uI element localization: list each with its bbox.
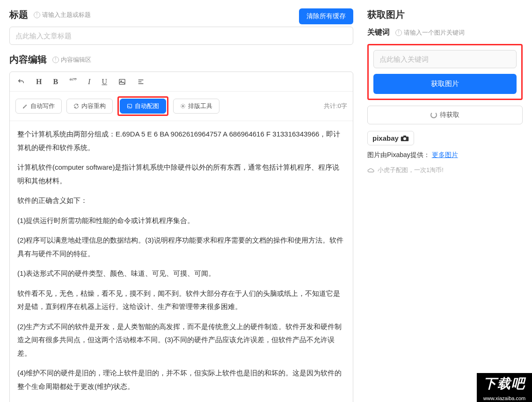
watermark-title: 下载吧 [477, 373, 532, 395]
attribution-prefix: 图片由Pixabay提供： [367, 151, 430, 158]
more-images-link[interactable]: 更多图片 [432, 151, 458, 158]
info-icon: ! [395, 29, 402, 36]
content-hint-text: 内容编辑区 [61, 56, 91, 64]
spinner-icon [430, 112, 437, 118]
watermark: 下载吧 www.xiazaiba.com [477, 373, 532, 402]
keyword-label: 关键词 [367, 28, 390, 37]
keyword-input[interactable] [373, 50, 517, 68]
action-toolbar: 自动写作 内容重构 自动配图 排版工具 共计:0字 [10, 92, 353, 121]
content-paragraph: (1)表达形式不同的硬件类型、颜色、味道、可见、可摸、可闻。 [17, 267, 345, 280]
get-image-title: 获取图片 [367, 8, 405, 21]
content-paragraph: (2)程序可以满意地处理信息的数据结构。(3)说明程序功能要求和程序需要的文档的… [17, 234, 345, 260]
keyword-header: 关键词 ! 请输入一个图片关键词 [367, 28, 523, 37]
highlight-auto-image: 自动配图 [117, 96, 168, 116]
pending-button[interactable]: 待获取 [367, 106, 523, 124]
title-header: 标题 ! 请输入主题或标题 [9, 8, 91, 21]
svg-rect-5 [128, 104, 132, 108]
content-header: 内容编辑 ! 内容编辑区 [9, 53, 353, 66]
content-paragraph: 整个计算机系统由两部分组成：E.69DA 5 E 6 BA 9062616964… [17, 128, 345, 154]
info-icon: ! [52, 57, 59, 63]
auto-image-button[interactable]: 自动配图 [120, 99, 166, 114]
pending-label: 待获取 [440, 111, 459, 119]
align-icon[interactable] [135, 77, 146, 86]
editor: H B “” I U 自动写作 内容重构 [9, 72, 353, 402]
article-title-input[interactable] [9, 27, 353, 45]
sidebar: 获取图片 关键词 ! 请输入一个图片关键词 获取图片 待获取 pixabay 图… [363, 0, 532, 402]
bold-icon[interactable]: B [51, 77, 60, 87]
undo-icon[interactable] [15, 77, 27, 86]
content-body[interactable]: 整个计算机系统由两部分组成：E.69DA 5 E 6 BA 9062616964… [10, 121, 353, 402]
svg-rect-0 [119, 79, 125, 84]
content-paragraph: 计算机软件(computer software)是指计算机系统中除硬件以外的所有… [17, 161, 345, 187]
svg-point-6 [182, 106, 184, 107]
title-hint: ! 请输入主题或标题 [34, 11, 91, 19]
title-label: 标题 [9, 8, 28, 21]
footer-text: 小虎子配图，一次1淘币! [378, 166, 444, 174]
format-toolbar: H B “” I U [10, 72, 353, 92]
attribution: 图片由Pixabay提供： 更多图片 [367, 151, 523, 159]
restructure-button[interactable]: 内容重构 [66, 99, 113, 114]
keyword-hint: ! 请输入一个图片关键词 [395, 29, 465, 37]
layout-tool-button[interactable]: 排版工具 [173, 99, 219, 114]
clear-cache-button[interactable]: 清除所有缓存 [299, 8, 353, 24]
footer-note: 小虎子配图，一次1淘币! [367, 166, 523, 174]
title-hint-text: 请输入主题或标题 [42, 11, 91, 19]
content-label: 内容编辑 [9, 53, 47, 66]
content-hint: ! 内容编辑区 [52, 56, 91, 64]
get-image-header: 获取图片 [367, 8, 523, 21]
cloud-icon [367, 167, 375, 173]
underline-icon[interactable]: U [100, 77, 109, 87]
keyword-hint-text: 请输入一个图片关键词 [404, 29, 465, 37]
content-paragraph: (4)维护不同的硬件是旧的，理论上软件是旧的，并不坏，但实际上软件也是旧的和坏的… [17, 366, 345, 393]
pixabay-badge: pixabay [367, 131, 414, 145]
info-icon: ! [34, 12, 40, 18]
italic-icon[interactable]: I [86, 77, 92, 87]
fetch-image-button[interactable]: 获取图片 [373, 74, 517, 94]
watermark-url: www.xiazaiba.com [477, 395, 532, 402]
auto-write-button[interactable]: 自动写作 [15, 99, 62, 114]
quote-icon[interactable]: “” [67, 76, 79, 87]
camera-icon [401, 135, 409, 142]
content-paragraph: (1)提供运行时所需功能和性能的命令或计算机程序集合。 [17, 214, 345, 228]
word-count: 共计:0字 [324, 102, 347, 110]
content-paragraph: (2)生产方式不同的软件是开发，是人类智能的高发挥，而不是传统意义上的硬件制造。… [17, 320, 345, 360]
image-icon[interactable] [117, 77, 128, 86]
content-paragraph: 软件的正确含义如下： [17, 194, 345, 208]
svg-rect-8 [403, 136, 406, 137]
pixabay-text: pixabay [372, 134, 399, 142]
svg-point-9 [403, 137, 406, 140]
auto-write-label: 自动写作 [30, 102, 55, 110]
layout-tool-label: 排版工具 [188, 102, 212, 110]
heading-icon[interactable]: H [34, 77, 44, 87]
main-column: 标题 ! 请输入主题或标题 清除所有缓存 内容编辑 ! 内容编辑区 H [0, 0, 363, 402]
restructure-label: 内容重构 [81, 102, 106, 110]
auto-image-label: 自动配图 [135, 102, 159, 110]
highlight-keyword-box: 获取图片 [367, 44, 523, 100]
content-paragraph: 软件看不见，无色，枯燥，看不见，摸不到，闻不到。软件大部分存在于人们的头脑或纸上… [17, 287, 345, 314]
